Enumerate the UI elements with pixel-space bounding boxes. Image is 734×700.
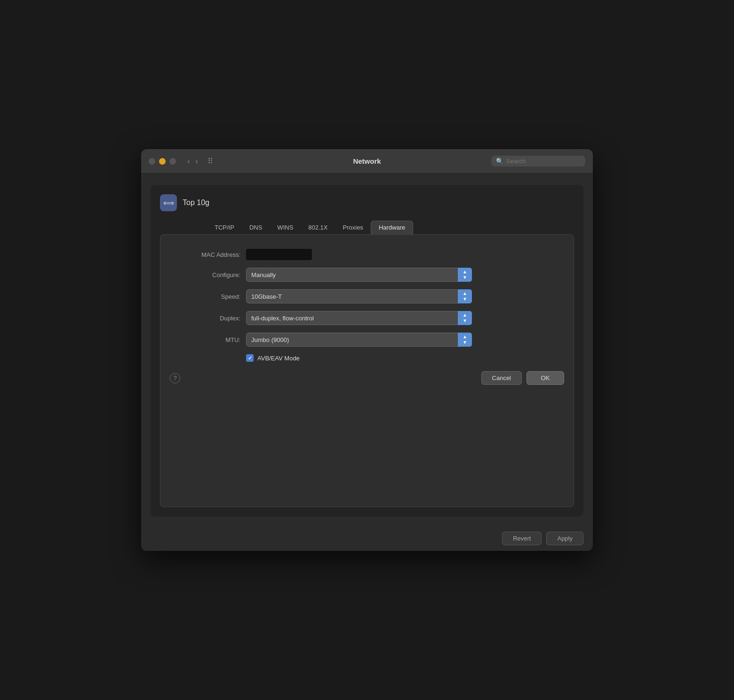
speed-label: Speed: <box>170 293 240 300</box>
checkmark-icon: ✓ <box>248 355 252 361</box>
avb-checkbox-row: ✓ AVB/EAV Mode <box>246 354 564 362</box>
tab-hardware[interactable]: Hardware <box>371 221 413 234</box>
dialog-buttons: Cancel OK <box>481 371 564 385</box>
window-title: Network <box>353 157 381 165</box>
speed-row: Speed: 10Gbase-T ▲ ▼ <box>170 289 564 303</box>
configure-select[interactable]: Manually <box>246 268 472 282</box>
help-icon-symbol: ? <box>173 374 176 382</box>
cancel-button[interactable]: Cancel <box>481 371 522 385</box>
mac-address-value: ██████████████ <box>246 249 312 260</box>
apply-button[interactable]: Apply <box>546 532 583 545</box>
nav-arrows: ‹ › <box>185 157 200 166</box>
maximize-button[interactable] <box>169 158 176 165</box>
avb-checkbox[interactable]: ✓ <box>246 354 254 362</box>
traffic-lights <box>149 158 176 165</box>
revert-button[interactable]: Revert <box>502 532 542 545</box>
tab-tcpip[interactable]: TCP/IP <box>207 221 242 234</box>
tab-wins[interactable]: WINS <box>270 221 301 234</box>
search-input[interactable] <box>506 158 581 165</box>
help-button[interactable]: ? <box>170 373 180 383</box>
tab-dns[interactable]: DNS <box>242 221 270 234</box>
main-content: ⟺ Top 10g TCP/IP DNS WINS 802.1X Proxies… <box>141 174 593 526</box>
interface-name: Top 10g <box>183 199 209 207</box>
back-button[interactable]: ‹ <box>185 157 191 166</box>
minimize-button[interactable] <box>159 158 166 165</box>
mtu-label: MTU: <box>170 336 240 343</box>
duplex-label: Duplex: <box>170 315 240 322</box>
tab-proxies[interactable]: Proxies <box>335 221 371 234</box>
mac-address-row: MAC Address: ██████████████ <box>170 249 564 260</box>
duplex-select[interactable]: full-duplex, flow-control <box>246 311 472 325</box>
panel: ⟺ Top 10g TCP/IP DNS WINS 802.1X Proxies… <box>151 185 583 517</box>
titlebar: ‹ › ⠿ Network 🔍 <box>141 149 593 174</box>
configure-row: Configure: Manually ▲ ▼ <box>170 268 564 282</box>
window-footer: Revert Apply <box>141 526 593 551</box>
network-window: ‹ › ⠿ Network 🔍 ⟺ Top 10g TCP/IP DNS WIN… <box>141 149 593 551</box>
tabs: TCP/IP DNS WINS 802.1X Proxies Hardware <box>160 221 574 234</box>
content-panel: MAC Address: ██████████████ Configure: M… <box>160 234 574 507</box>
close-button[interactable] <box>149 158 155 165</box>
tab-8021x[interactable]: 802.1X <box>301 221 335 234</box>
interface-icon: ⟺ <box>160 194 177 211</box>
ok-button[interactable]: OK <box>527 371 564 385</box>
panel-footer: ? Cancel OK <box>170 371 564 385</box>
duplex-row: Duplex: full-duplex, flow-control ▲ ▼ <box>170 311 564 325</box>
mtu-select-container: Jumbo (9000) ▲ ▼ <box>246 333 472 347</box>
search-bar: 🔍 <box>491 156 585 167</box>
interface-header: ⟺ Top 10g <box>160 194 574 211</box>
mtu-select[interactable]: Jumbo (9000) <box>246 333 472 347</box>
mtu-row: MTU: Jumbo (9000) ▲ ▼ <box>170 333 564 347</box>
speed-select[interactable]: 10Gbase-T <box>246 289 472 303</box>
speed-select-container: 10Gbase-T ▲ ▼ <box>246 289 472 303</box>
mac-address-label: MAC Address: <box>170 251 240 258</box>
forward-button[interactable]: › <box>193 157 199 166</box>
interface-icon-symbol: ⟺ <box>163 199 174 207</box>
search-icon: 🔍 <box>496 158 503 165</box>
avb-label: AVB/EAV Mode <box>257 355 300 362</box>
duplex-select-container: full-duplex, flow-control ▲ ▼ <box>246 311 472 325</box>
configure-select-container: Manually ▲ ▼ <box>246 268 472 282</box>
configure-label: Configure: <box>170 271 240 278</box>
grid-icon: ⠿ <box>207 157 213 166</box>
